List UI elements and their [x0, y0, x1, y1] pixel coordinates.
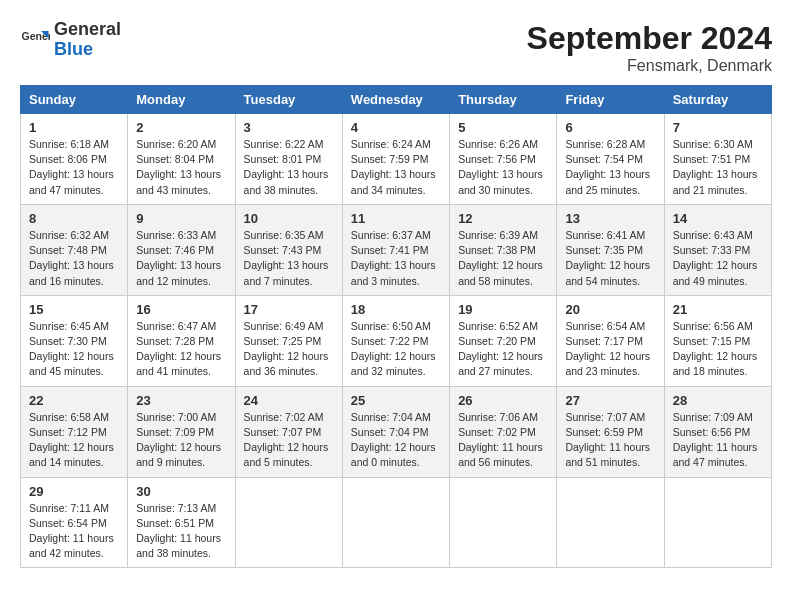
calendar-cell: 26Sunrise: 7:06 AM Sunset: 7:02 PM Dayli…: [450, 386, 557, 477]
day-header-sunday: Sunday: [21, 86, 128, 114]
day-header-wednesday: Wednesday: [342, 86, 449, 114]
calendar-cell: 24Sunrise: 7:02 AM Sunset: 7:07 PM Dayli…: [235, 386, 342, 477]
calendar-cell: [342, 477, 449, 568]
calendar-week-1: 1Sunrise: 6:18 AM Sunset: 8:06 PM Daylig…: [21, 114, 772, 205]
calendar-cell: 4Sunrise: 6:24 AM Sunset: 7:59 PM Daylig…: [342, 114, 449, 205]
day-number: 19: [458, 302, 548, 317]
calendar-cell: 3Sunrise: 6:22 AM Sunset: 8:01 PM Daylig…: [235, 114, 342, 205]
calendar-subtitle: Fensmark, Denmark: [527, 57, 772, 75]
day-info: Sunrise: 6:32 AM Sunset: 7:48 PM Dayligh…: [29, 228, 119, 289]
day-number: 4: [351, 120, 441, 135]
calendar-header-row: SundayMondayTuesdayWednesdayThursdayFrid…: [21, 86, 772, 114]
day-header-monday: Monday: [128, 86, 235, 114]
calendar-cell: 22Sunrise: 6:58 AM Sunset: 7:12 PM Dayli…: [21, 386, 128, 477]
logo-text: General Blue: [54, 20, 121, 60]
calendar-cell: [235, 477, 342, 568]
calendar-cell: 11Sunrise: 6:37 AM Sunset: 7:41 PM Dayli…: [342, 204, 449, 295]
calendar-cell: 29Sunrise: 7:11 AM Sunset: 6:54 PM Dayli…: [21, 477, 128, 568]
day-info: Sunrise: 6:52 AM Sunset: 7:20 PM Dayligh…: [458, 319, 548, 380]
logo-line2: Blue: [54, 40, 121, 60]
day-info: Sunrise: 6:22 AM Sunset: 8:01 PM Dayligh…: [244, 137, 334, 198]
calendar-cell: [664, 477, 771, 568]
calendar-cell: 28Sunrise: 7:09 AM Sunset: 6:56 PM Dayli…: [664, 386, 771, 477]
day-number: 23: [136, 393, 226, 408]
day-info: Sunrise: 6:45 AM Sunset: 7:30 PM Dayligh…: [29, 319, 119, 380]
calendar-cell: 9Sunrise: 6:33 AM Sunset: 7:46 PM Daylig…: [128, 204, 235, 295]
calendar-cell: 17Sunrise: 6:49 AM Sunset: 7:25 PM Dayli…: [235, 295, 342, 386]
calendar-table: SundayMondayTuesdayWednesdayThursdayFrid…: [20, 85, 772, 568]
calendar-week-3: 15Sunrise: 6:45 AM Sunset: 7:30 PM Dayli…: [21, 295, 772, 386]
day-info: Sunrise: 7:00 AM Sunset: 7:09 PM Dayligh…: [136, 410, 226, 471]
day-number: 5: [458, 120, 548, 135]
calendar-cell: 27Sunrise: 7:07 AM Sunset: 6:59 PM Dayli…: [557, 386, 664, 477]
day-number: 27: [565, 393, 655, 408]
page-header: General General Blue September 2024 Fens…: [20, 20, 772, 75]
calendar-cell: 10Sunrise: 6:35 AM Sunset: 7:43 PM Dayli…: [235, 204, 342, 295]
day-info: Sunrise: 6:20 AM Sunset: 8:04 PM Dayligh…: [136, 137, 226, 198]
title-block: September 2024 Fensmark, Denmark: [527, 20, 772, 75]
day-number: 11: [351, 211, 441, 226]
calendar-cell: 5Sunrise: 6:26 AM Sunset: 7:56 PM Daylig…: [450, 114, 557, 205]
day-info: Sunrise: 6:37 AM Sunset: 7:41 PM Dayligh…: [351, 228, 441, 289]
day-info: Sunrise: 6:56 AM Sunset: 7:15 PM Dayligh…: [673, 319, 763, 380]
calendar-cell: [450, 477, 557, 568]
calendar-cell: 13Sunrise: 6:41 AM Sunset: 7:35 PM Dayli…: [557, 204, 664, 295]
day-number: 28: [673, 393, 763, 408]
day-info: Sunrise: 6:28 AM Sunset: 7:54 PM Dayligh…: [565, 137, 655, 198]
logo: General General Blue: [20, 20, 121, 60]
day-header-tuesday: Tuesday: [235, 86, 342, 114]
day-header-friday: Friday: [557, 86, 664, 114]
calendar-cell: 7Sunrise: 6:30 AM Sunset: 7:51 PM Daylig…: [664, 114, 771, 205]
day-info: Sunrise: 6:49 AM Sunset: 7:25 PM Dayligh…: [244, 319, 334, 380]
day-number: 7: [673, 120, 763, 135]
day-number: 10: [244, 211, 334, 226]
day-number: 3: [244, 120, 334, 135]
day-info: Sunrise: 7:07 AM Sunset: 6:59 PM Dayligh…: [565, 410, 655, 471]
day-number: 18: [351, 302, 441, 317]
calendar-week-4: 22Sunrise: 6:58 AM Sunset: 7:12 PM Dayli…: [21, 386, 772, 477]
day-info: Sunrise: 6:35 AM Sunset: 7:43 PM Dayligh…: [244, 228, 334, 289]
day-number: 21: [673, 302, 763, 317]
day-info: Sunrise: 7:02 AM Sunset: 7:07 PM Dayligh…: [244, 410, 334, 471]
day-number: 1: [29, 120, 119, 135]
calendar-cell: [557, 477, 664, 568]
day-number: 8: [29, 211, 119, 226]
day-info: Sunrise: 7:09 AM Sunset: 6:56 PM Dayligh…: [673, 410, 763, 471]
day-info: Sunrise: 6:26 AM Sunset: 7:56 PM Dayligh…: [458, 137, 548, 198]
calendar-cell: 2Sunrise: 6:20 AM Sunset: 8:04 PM Daylig…: [128, 114, 235, 205]
calendar-cell: 18Sunrise: 6:50 AM Sunset: 7:22 PM Dayli…: [342, 295, 449, 386]
day-number: 17: [244, 302, 334, 317]
day-number: 16: [136, 302, 226, 317]
day-info: Sunrise: 6:50 AM Sunset: 7:22 PM Dayligh…: [351, 319, 441, 380]
calendar-cell: 8Sunrise: 6:32 AM Sunset: 7:48 PM Daylig…: [21, 204, 128, 295]
day-number: 24: [244, 393, 334, 408]
calendar-title: September 2024: [527, 20, 772, 57]
day-info: Sunrise: 7:06 AM Sunset: 7:02 PM Dayligh…: [458, 410, 548, 471]
day-info: Sunrise: 7:13 AM Sunset: 6:51 PM Dayligh…: [136, 501, 226, 562]
calendar-week-5: 29Sunrise: 7:11 AM Sunset: 6:54 PM Dayli…: [21, 477, 772, 568]
calendar-week-2: 8Sunrise: 6:32 AM Sunset: 7:48 PM Daylig…: [21, 204, 772, 295]
day-info: Sunrise: 6:41 AM Sunset: 7:35 PM Dayligh…: [565, 228, 655, 289]
day-info: Sunrise: 6:43 AM Sunset: 7:33 PM Dayligh…: [673, 228, 763, 289]
calendar-cell: 16Sunrise: 6:47 AM Sunset: 7:28 PM Dayli…: [128, 295, 235, 386]
day-number: 14: [673, 211, 763, 226]
day-number: 15: [29, 302, 119, 317]
calendar-cell: 25Sunrise: 7:04 AM Sunset: 7:04 PM Dayli…: [342, 386, 449, 477]
day-number: 29: [29, 484, 119, 499]
day-number: 22: [29, 393, 119, 408]
day-number: 13: [565, 211, 655, 226]
day-info: Sunrise: 6:39 AM Sunset: 7:38 PM Dayligh…: [458, 228, 548, 289]
day-header-saturday: Saturday: [664, 86, 771, 114]
day-number: 2: [136, 120, 226, 135]
calendar-cell: 14Sunrise: 6:43 AM Sunset: 7:33 PM Dayli…: [664, 204, 771, 295]
calendar-cell: 23Sunrise: 7:00 AM Sunset: 7:09 PM Dayli…: [128, 386, 235, 477]
day-info: Sunrise: 6:54 AM Sunset: 7:17 PM Dayligh…: [565, 319, 655, 380]
day-info: Sunrise: 6:24 AM Sunset: 7:59 PM Dayligh…: [351, 137, 441, 198]
day-number: 30: [136, 484, 226, 499]
calendar-cell: 19Sunrise: 6:52 AM Sunset: 7:20 PM Dayli…: [450, 295, 557, 386]
day-info: Sunrise: 7:04 AM Sunset: 7:04 PM Dayligh…: [351, 410, 441, 471]
calendar-cell: 12Sunrise: 6:39 AM Sunset: 7:38 PM Dayli…: [450, 204, 557, 295]
day-number: 20: [565, 302, 655, 317]
day-number: 25: [351, 393, 441, 408]
calendar-cell: 21Sunrise: 6:56 AM Sunset: 7:15 PM Dayli…: [664, 295, 771, 386]
